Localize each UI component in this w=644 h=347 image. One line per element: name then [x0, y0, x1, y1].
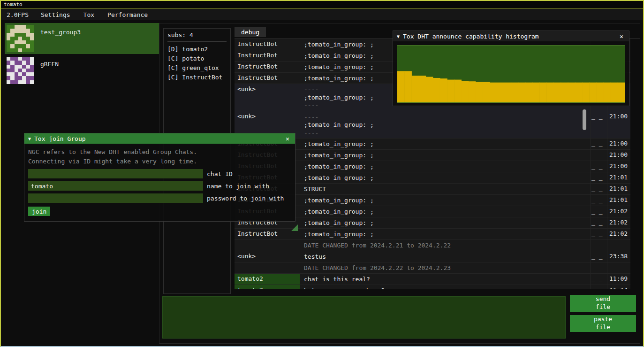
chat-sender: InstructBot [235, 73, 300, 84]
chat-delivery-flags: _ _ [590, 217, 607, 228]
group-name: test_group3 [40, 29, 81, 36]
group-avatar [7, 25, 34, 52]
chat-sender: tomato2 [235, 274, 300, 285]
file-buttons: send file paste file [570, 295, 636, 332]
chat-delivery-flags: _ _ [590, 111, 607, 138]
chat-delivery-flags: _ _ [590, 150, 607, 161]
chat-sender: <unk> [235, 84, 300, 111]
join-fields: chat IDname to join withpassword to join… [28, 169, 291, 203]
collapse-icon[interactable]: ▼ [397, 34, 400, 39]
join-group-body: NGC refers to the New DHT enabled Group … [24, 144, 295, 216]
group-avatar [7, 57, 34, 84]
member-item[interactable]: [C] InstructBot [167, 73, 227, 82]
dht-histogram-window: ▼ Tox DHT announce capability histogram … [393, 31, 629, 106]
chat-timestamp: 21:00 [607, 139, 630, 149]
group-list: test_group3gREEN [5, 23, 159, 87]
chat-sender: <unk> [235, 251, 300, 262]
password-to-join-with-input[interactable] [28, 193, 203, 203]
member-item[interactable]: [D] tomato2 [167, 45, 227, 54]
chat-delivery-flags [590, 240, 607, 251]
menubar-items: SettingsToxPerformance [34, 9, 154, 20]
join-info-line: Connecting via ID might take a very long… [28, 157, 291, 166]
chat-sender: tomato2 [235, 285, 300, 289]
chat-delivery-flags: _ _ [590, 229, 607, 239]
chat-text: ;tomato_in_group: ; [300, 172, 590, 183]
join-group-titlebar[interactable]: ▼ Tox join Group ✕ [24, 133, 295, 144]
chat-sender: InstructBot [235, 229, 300, 239]
resize-grip[interactable] [291, 224, 298, 231]
chat-text: testus [300, 251, 590, 262]
join-group-window: ▼ Tox join Group ✕ NGC refers to the New… [24, 133, 295, 222]
group-item-green[interactable]: gREEN [5, 55, 159, 86]
name-to-join-with-input[interactable] [28, 181, 203, 191]
collapse-icon[interactable]: ▼ [28, 136, 31, 141]
send-file-button[interactable]: send file [570, 295, 636, 312]
chat-text: ;tomato_in_group: ; [300, 217, 590, 228]
group-name: gREEN [40, 61, 59, 68]
paste-file-button[interactable]: paste file [570, 315, 636, 332]
chat-delivery-flags: _ _ [590, 139, 607, 149]
chat-row: <unk>testus_ _23:38 [235, 251, 630, 262]
menubar: 2.0FPS SettingsToxPerformance [1, 9, 643, 20]
chat-text: DATE CHANGED from 2024.2.21 to 2024.2.22 [300, 240, 590, 251]
chat-scrollbar-thumb[interactable] [583, 109, 586, 130]
chat-delivery-flags: _ _ [590, 184, 607, 194]
join-field-row: chat ID [28, 169, 291, 178]
chat-id-input[interactable] [28, 169, 203, 178]
member-list: [D] tomato2[C] potato[C] green_qtox[C] I… [167, 45, 227, 82]
dht-histogram-plot [397, 45, 625, 103]
histogram-svg [397, 46, 625, 102]
join-field-label: name to join with [207, 183, 269, 190]
member-item[interactable]: [C] green_qtox [167, 63, 227, 73]
join-field-row: name to join with [28, 181, 291, 191]
fps-counter: 2.0FPS [1, 11, 34, 18]
tab-debug[interactable]: debug [235, 27, 266, 37]
join-button[interactable]: join [28, 207, 50, 216]
window-title: tomato [4, 1, 23, 8]
chat-timestamp: 11:09 [607, 274, 630, 285]
chat-timestamp: 21:02 [607, 217, 630, 228]
chat-sender [235, 262, 300, 273]
menu-item-settings[interactable]: Settings [34, 9, 77, 20]
chat-timestamp [607, 262, 630, 273]
chat-timestamp: 21:00 [607, 111, 630, 138]
app-window: { "theme": { "accent_green": "#2e7d32", … [0, 0, 644, 347]
chat-timestamp: 21:01 [607, 195, 630, 206]
chat-text: STRUCT [300, 184, 590, 194]
menu-item-tox[interactable]: Tox [77, 9, 101, 20]
chat-row: DATE CHANGED from 2024.2.21 to 2024.2.22 [235, 240, 630, 251]
close-icon[interactable]: ✕ [284, 135, 291, 142]
members-count: subs: 4 [167, 31, 227, 42]
chat-text: DATE CHANGED from 2024.2.22 to 2024.2.23 [300, 262, 590, 273]
join-info-line: NGC refers to the New DHT enabled Group … [28, 147, 291, 157]
chat-row: tomato2bot, are you new here?_ _11:14 [235, 285, 630, 289]
chat-timestamp: 21:01 [607, 172, 630, 183]
chat-text: ;tomato_in_group: ; [300, 139, 590, 149]
chat-text: bot, are you new here? [300, 285, 590, 289]
chat-timestamp: 21:00 [607, 161, 630, 172]
close-icon[interactable]: ✕ [618, 33, 625, 40]
chat-row: tomato2chat is this real?_ _11:09 [235, 274, 630, 285]
chat-sender [235, 240, 300, 251]
chat-delivery-flags [590, 262, 607, 273]
chat-text: chat is this real? [300, 274, 590, 285]
chat-delivery-flags: _ _ [590, 285, 607, 289]
group-item-test_group3[interactable]: test_group3 [5, 23, 159, 54]
dht-histogram-titlebar[interactable]: ▼ Tox DHT announce capability histogram … [393, 31, 629, 41]
dht-histogram-title: Tox DHT announce capability histogram [403, 33, 614, 40]
chat-sender: InstructBot [235, 50, 300, 61]
chat-timestamp: 23:38 [607, 251, 630, 262]
chat-sender: InstructBot [235, 62, 300, 72]
message-input[interactable] [162, 296, 566, 339]
chat-delivery-flags: _ _ [590, 274, 607, 285]
chat-delivery-flags: _ _ [590, 195, 607, 206]
chat-timestamp [607, 240, 630, 251]
chat-text: ;tomato_in_group: ; [300, 150, 590, 161]
window-titlebar[interactable]: tomato [1, 1, 643, 8]
menu-item-performance[interactable]: Performance [101, 9, 154, 20]
chat-row: DATE CHANGED from 2024.2.22 to 2024.2.23 [235, 262, 630, 274]
chat-text: ---- ;tomato_in_group: ; ---- [300, 111, 590, 138]
chat-text: ;tomato_in_group: ; [300, 161, 590, 172]
chat-text: ;tomato_in_group: ; [300, 206, 590, 217]
member-item[interactable]: [C] potato [167, 54, 227, 63]
